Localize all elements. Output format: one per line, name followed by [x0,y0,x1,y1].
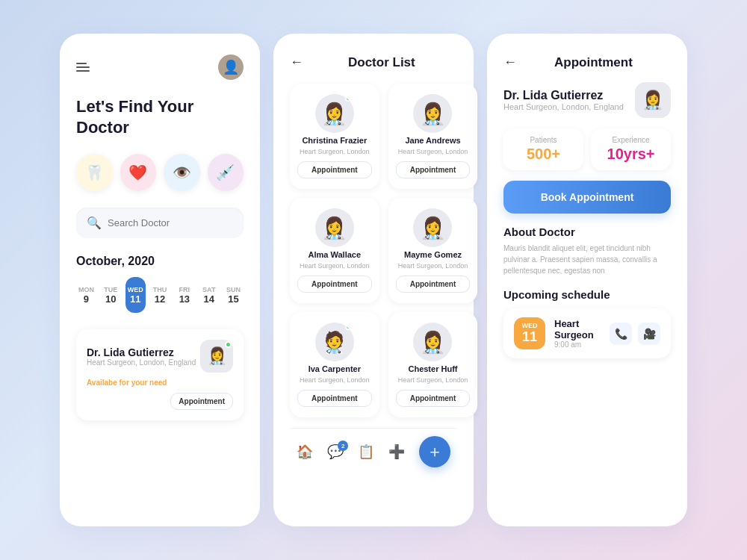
home-header: 👤 [76,55,244,80]
doctor-avatar: 👩‍⚕️ [413,208,452,247]
search-input[interactable] [108,217,233,228]
appointment-button[interactable]: Appointment [297,276,372,293]
appointment-button[interactable]: Appointment [396,390,471,407]
search-box[interactable]: 🔍 [76,208,244,238]
appointment-button[interactable]: Appointment [297,390,372,407]
doctor-specialty: Heart Surgeon, London [398,148,468,155]
appointment-button[interactable]: Appointment [297,161,372,178]
doctor-name: Chester Huff [408,364,457,373]
list-item: 👩‍⚕️ Jane Andrews Heart Surgeon, London … [388,84,478,189]
chat-badge: 2 [338,441,348,451]
page-title: Let's Find YourDoctor [76,96,244,137]
call-icon[interactable]: 📞 [610,323,632,345]
featured-doctor-card: Dr. Lida Gutierrez Heart Surgeon, London… [76,329,244,420]
doctor-avatar: 👩‍⚕️ [635,82,671,118]
about-section-title: About Doctor [503,225,671,238]
list-item: 🧑‍⚕️ Iva Carpenter Heart Surgeon, London… [290,312,379,417]
doctor-name: Iva Carpenter [309,364,361,373]
heart-category-icon[interactable]: ❤️ [120,154,157,191]
list-item: 👩‍⚕️ Chester Huff Heart Surgeon, London … [388,312,478,417]
schedule-date-badge: WED 11 [514,317,545,349]
doctor-specialty: Heart Surgeon, London, England [503,102,624,111]
doctor-stats: Patients 500+ Experience 10yrs+ [503,128,671,170]
doctor-name: Mayme Gomez [404,250,462,259]
injection-category-icon[interactable]: 💉 [208,154,244,191]
doctor-name: Dr. Lida Gutierrez [87,346,196,358]
list-header: ← Doctor List [290,55,457,70]
calendar-day-sat[interactable]: SAT 14 [199,277,219,313]
experience-value: 10yrs+ [600,146,662,163]
appointment-button[interactable]: Appointment [396,161,471,178]
list-item: 👩‍⚕️ Alma Wallace Heart Surgeon, London … [290,198,379,303]
doctor-specialty: Heart Surgeon, London [398,376,468,384]
nav-list-icon[interactable]: 📋 [358,444,374,460]
doctor-avatar: 👩‍⚕️ [315,94,354,133]
nav-plus-icon[interactable]: ➕ [388,444,405,460]
back-button[interactable]: ← [503,55,517,70]
schedule-info: Heart Surgeon 9:00 am [554,318,601,349]
calendar-month: October, 2020 [76,255,244,268]
patients-value: 500+ [512,146,574,163]
eye-category-icon[interactable]: 👁️ [164,154,200,191]
list-title: Doctor List [348,55,415,70]
nav-fab-button[interactable]: ＋ [419,436,450,467]
doctor-name: Jane Andrews [405,136,460,145]
doctor-specialty: Heart Surgeon, London [300,376,370,384]
nav-chat-icon[interactable]: 💬 2 [327,444,344,460]
appointment-button[interactable]: Appointment [396,276,471,293]
online-indicator [345,96,351,102]
screen-appointment: ← Appointment Dr. Lida Gutierrez Heart S… [487,34,687,526]
calendar-day-fri[interactable]: FRI 13 [174,277,194,313]
search-icon: 🔍 [87,216,102,230]
doctor-specialty: Heart Surgeon, London [300,148,370,155]
calendar-week: MON 9 TUE 10 WED 11 THU 12 FRI 13 SAT 14… [76,277,244,313]
patients-stat: Patients 500+ [503,128,583,170]
schedule-specialty: Heart Surgeon [554,318,601,340]
availability-label: Availabe for your need [87,379,233,387]
doctor-avatar: 👩‍⚕️ [413,323,452,361]
category-icons: 🦷 ❤️ 👁️ 💉 [76,154,244,191]
online-indicator [225,341,232,348]
doctor-avatar: 👩‍⚕️ [200,340,233,373]
upcoming-section-title: Upcoming schedule [503,288,671,301]
calendar-day-mon[interactable]: MON 9 [76,277,96,313]
back-button[interactable]: ← [290,55,303,70]
video-icon[interactable]: 🎥 [638,323,660,345]
schedule-card: WED 11 Heart Surgeon 9:00 am 📞 🎥 [503,308,671,358]
schedule-time: 9:00 am [554,340,601,349]
online-indicator [345,324,351,330]
appointment-title: Appointment [554,55,633,70]
appointment-button[interactable]: Appointment [170,393,233,410]
schedule-actions: 📞 🎥 [610,323,660,345]
appointment-header: ← Appointment [503,55,671,70]
doctor-name: Alma Wallace [309,250,362,259]
list-item: 👩‍⚕️ Mayme Gomez Heart Surgeon, London A… [388,198,478,303]
screen-doctor-list: ← Doctor List 👩‍⚕️ Christina Frazier Hea… [273,34,474,526]
doctor-specialty: Heart Surgeon, London, England [87,358,196,367]
doctor-name: Christina Frazier [302,136,367,145]
bottom-navigation: 🏠 💬 2 📋 ➕ ＋ [290,428,457,467]
doctor-grid: 👩‍⚕️ Christina Frazier Heart Surgeon, Lo… [290,84,457,417]
screen-home: 👤 Let's Find YourDoctor 🦷 ❤️ 👁️ 💉 🔍 Octo… [60,34,260,526]
calendar-day-thu[interactable]: THU 12 [150,277,170,313]
about-section-text: Mauris blandit aliquet elit, eget tincid… [503,243,671,276]
doctor-avatar: 👩‍⚕️ [413,94,452,133]
doctor-name: Dr. Lida Gutierrez [503,89,624,102]
list-item: 👩‍⚕️ Christina Frazier Heart Surgeon, Lo… [290,84,379,189]
doctor-info-row: Dr. Lida Gutierrez Heart Surgeon, London… [503,82,671,118]
calendar-day-tue[interactable]: TUE 10 [101,277,121,313]
calendar-day-sun[interactable]: SUN 15 [223,277,244,313]
nav-home-icon[interactable]: 🏠 [297,444,313,460]
doctor-avatar: 🧑‍⚕️ [315,323,354,361]
calendar-day-wed[interactable]: WED 11 [125,277,146,313]
book-appointment-button[interactable]: Book Appointment [503,181,671,214]
dental-category-icon[interactable]: 🦷 [76,154,113,191]
doctor-specialty: Heart Surgeon, London [398,262,468,270]
doctor-avatar: 👩‍⚕️ [315,208,354,247]
experience-stat: Experience 10yrs+ [591,128,671,170]
doctor-specialty: Heart Surgeon, London [300,262,370,270]
menu-icon[interactable] [76,63,90,72]
user-avatar[interactable]: 👤 [218,55,244,80]
